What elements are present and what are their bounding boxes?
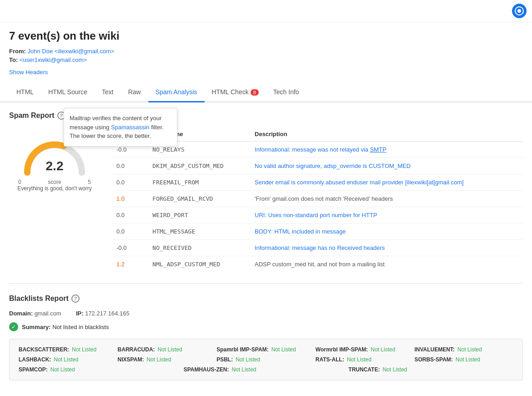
blacklist-status: Not Listed — [146, 356, 171, 363]
cell-rule: WEIRD_PORT — [147, 207, 249, 223]
gauge-score-label: score — [48, 179, 61, 185]
tab-bar: HTML HTML Source Text Raw Spam Analysis … — [0, 83, 532, 102]
tooltip-spamassassin-link[interactable]: Spamassassin — [111, 124, 150, 131]
cell-description: Informational: message was not relayed v… — [249, 142, 523, 158]
cell-description: BODY: HTML included in message — [249, 223, 523, 240]
cell-rule: NO_RECEIVED — [147, 240, 249, 256]
tab-spam-analysis[interactable]: Spam Analysis — [148, 83, 205, 102]
blacklist-name: BARRACUDA: — [118, 346, 155, 353]
blacklist-name: TRUNCATE: — [348, 366, 380, 373]
tab-html-source[interactable]: HTML Source — [41, 83, 95, 102]
cell-rule: DKIM_ADSP_CUSTOM_MED — [147, 158, 249, 174]
blacklist-item: PSBL:Not Listed — [216, 356, 316, 363]
brand-icon — [512, 4, 527, 18]
content-area: Spam Report ? Mailtrap verifies the cont… — [0, 102, 532, 390]
cell-description: Informational: message has no Received h… — [249, 240, 523, 256]
blacklist-item: SORBS-SPAM:Not Listed — [414, 356, 513, 363]
table-row: 0.0FREEMAIL_FROMSender email is commonly… — [111, 174, 523, 191]
cell-description: No valid author signature, adsp_override… — [249, 158, 523, 174]
blacklist-row: BACKSCATTERER:Not ListedBARRACUDA:Not Li… — [19, 346, 513, 353]
ip-value: 172.217.164.165 — [85, 310, 130, 317]
tab-raw[interactable]: Raw — [121, 83, 148, 102]
cell-rule: HTML_MESSAGE — [147, 223, 249, 240]
from-label: From: — [9, 48, 26, 55]
blacklist-name: SPAMCOP: — [19, 366, 48, 373]
to-label: To: — [9, 56, 18, 63]
cell-points: -0.0 — [111, 240, 147, 256]
blacklist-name: INVALUEMENT: — [414, 346, 454, 353]
spam-main: 2.2 0 score 5 Everything is good, don't … — [9, 127, 523, 272]
blacklist-name: Spamrbl IMP-SPAM: — [216, 346, 268, 353]
gauge-labels: 0 score 5 — [18, 179, 91, 185]
blacklist-name: BACKSCATTERER: — [19, 346, 69, 353]
col-description: Description — [249, 127, 523, 142]
cell-points: 1.0 — [111, 191, 147, 207]
blacklist-name: LASHBACK: — [19, 356, 51, 363]
summary-row: ✓ Summary: Not listed in blacklists — [9, 322, 523, 331]
spam-tooltip: Mailtrap verifies the content of your me… — [64, 108, 177, 147]
cell-description: URI: Uses non-standard port number for H… — [249, 207, 523, 223]
blacklist-status: Not Listed — [50, 366, 75, 373]
gauge-score: 2.2 — [46, 159, 64, 173]
tab-text[interactable]: Text — [95, 83, 121, 102]
summary-text: Summary: Not listed in blacklists — [22, 324, 109, 330]
tab-tech-info[interactable]: Tech Info — [266, 83, 306, 102]
gauge-section: 2.2 0 score 5 Everything is good, don't … — [9, 127, 100, 272]
cell-points: 0.0 — [111, 174, 147, 191]
blacklist-name: RATS-ALL: — [316, 356, 344, 363]
blacklists-grid: BACKSCATTERER:Not ListedBARRACUDA:Not Li… — [9, 339, 523, 381]
blacklist-status: Not Listed — [231, 366, 256, 373]
section-divider — [9, 283, 523, 284]
table-row: 1.0FORGED_GMAIL_RCVD'From' gmail.com doe… — [111, 191, 523, 207]
cell-description: Sender email is commonly abused enduser … — [249, 174, 523, 191]
gauge-message: Everything is good, don't worry — [17, 185, 92, 192]
smtp-link[interactable]: SMTP — [370, 146, 386, 153]
tab-html[interactable]: HTML — [9, 83, 41, 102]
summary-label: Summary: — [22, 324, 51, 330]
cell-rule: NML_ADSP_CUSTOM_MED — [147, 256, 249, 273]
spam-report-header: Spam Report ? Mailtrap verifies the cont… — [9, 112, 523, 120]
blacklist-status: Not Listed — [158, 346, 182, 353]
gauge-max: 5 — [88, 179, 91, 185]
blacklists-title: Blacklists Report — [9, 294, 69, 303]
blacklists-help-icon[interactable]: ? — [71, 294, 80, 303]
table-row: 1.2NML_ADSP_CUSTOM_MEDADSP custom_med hi… — [111, 256, 523, 273]
blacklist-status: Not Listed — [347, 356, 371, 363]
blacklist-item: Spamrbl IMP-SPAM:Not Listed — [216, 346, 316, 353]
to-meta: To: <user1xwiki@gmail.com> — [9, 56, 523, 63]
show-headers-link[interactable]: Show Headers — [9, 69, 48, 76]
tab-html-check[interactable]: HTML Check8 — [205, 83, 266, 102]
from-meta: From: John Doe <iliexwiki@gmail.com> — [9, 48, 523, 55]
domain-meta: Domain: gmail.com — [9, 310, 61, 317]
to-email[interactable]: <user1xwiki@gmail.com> — [20, 56, 87, 63]
cell-points: 1.2 — [111, 256, 147, 273]
cell-points: 0.0 — [111, 158, 147, 174]
table-row: 0.0HTML_MESSAGEBODY: HTML included in me… — [111, 223, 523, 240]
spam-table: Points Rule Name Description -0.0NO_RELA… — [111, 127, 523, 272]
cell-description: ADSP custom_med hit, and not from a mail… — [249, 256, 523, 273]
blacklist-item: LASHBACK:Not Listed — [19, 356, 118, 363]
blacklist-status: Not Listed — [382, 366, 407, 373]
cell-description: 'From' gmail.com does not match 'Receive… — [249, 191, 523, 207]
blacklist-status: Not Listed — [236, 356, 260, 363]
domain-value: gmail.com — [35, 310, 61, 317]
blacklist-item: TRUNCATE:Not Listed — [348, 366, 513, 373]
from-email[interactable]: <iliexwiki@gmail.com> — [55, 48, 115, 55]
svg-point-1 — [517, 9, 521, 13]
blacklist-item: Wormrbl IMP-SPAM:Not Listed — [316, 346, 415, 353]
blacklist-name: NIXSPAM: — [118, 356, 144, 363]
blacklist-name: SPAMHAUS-ZEN: — [184, 366, 229, 373]
blacklist-item: RATS-ALL:Not Listed — [316, 356, 415, 363]
blacklists-header: Blacklists Report ? — [9, 294, 523, 303]
html-check-badge: 8 — [251, 89, 259, 96]
blacklist-row: LASHBACK:Not ListedNIXSPAM:Not ListedPSB… — [19, 356, 513, 363]
table-row: 0.0WEIRD_PORTURI: Uses non-standard port… — [111, 207, 523, 223]
gauge-min: 0 — [18, 179, 21, 185]
check-circle-icon: ✓ — [9, 322, 18, 331]
blacklist-status: Not Listed — [72, 346, 96, 353]
blacklist-status: Not Listed — [457, 346, 482, 353]
from-name[interactable]: John Doe — [27, 48, 53, 55]
page-header: 7 event(s) on the wiki From: John Doe <i… — [0, 22, 532, 79]
page-title: 7 event(s) on the wiki — [9, 30, 523, 42]
ip-label: IP: — [76, 310, 84, 317]
